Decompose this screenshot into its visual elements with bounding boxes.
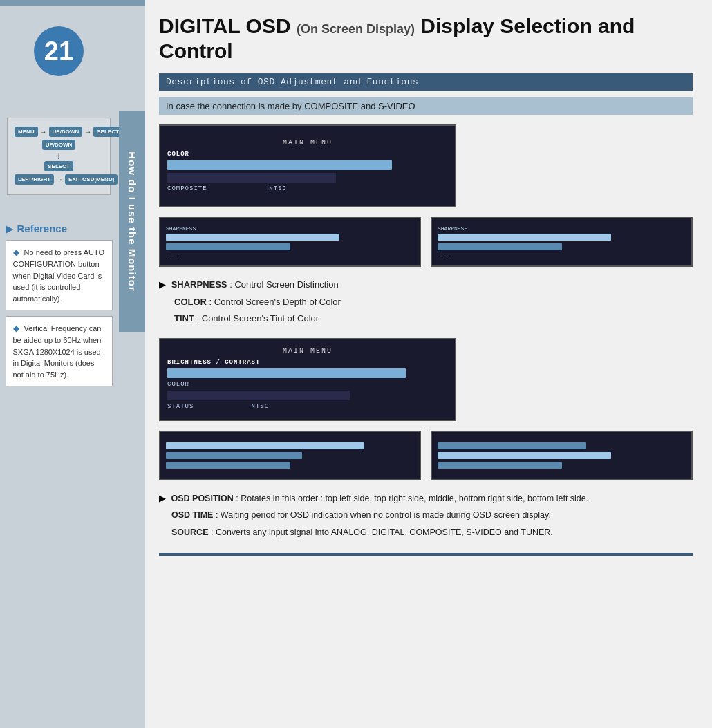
osd-pair-1: SHARPNESS ---- SHARPNESS ----	[159, 217, 693, 267]
sharpness-desc: : Control Screen Distinction	[229, 279, 339, 290]
osd-small-right: SHARPNESS ----	[431, 217, 693, 267]
reference-text-1: No need to press AUTO CONFIGURATION butt…	[13, 248, 105, 303]
osd-position-desc: ▶ OSD POSITION : Rotates in this order :…	[159, 492, 693, 505]
title-digital: DIGITAL OSD	[159, 15, 291, 37]
osd-bar2-4	[438, 442, 586, 449]
reference-box-1: ◆ No need to press AUTO CONFIGURATION bu…	[6, 240, 113, 310]
osd-small-left-text1: SHARPNESS	[166, 225, 414, 232]
source-label: SOURCE	[171, 528, 208, 537]
osd-title-2: MAIN MENU	[167, 347, 448, 355]
sub-header: In case the connection is made by COMPOS…	[159, 97, 693, 115]
desc-arrow-osd-pos: ▶	[159, 493, 166, 503]
source-desc: SOURCE : Converts any input signal into …	[159, 526, 693, 539]
osd-small-right-2	[431, 431, 693, 480]
osd-screenshot-1: MAIN MENU COLOR COMPOSITE NTSC	[159, 124, 456, 207]
osd-bar-selected	[167, 160, 392, 170]
arrow-right-icon3: →	[56, 176, 63, 183]
osd-small-bar-3	[438, 234, 611, 241]
tint-desc: : Control Screen's Tint of Color	[197, 313, 319, 324]
osd-small-left: SHARPNESS ----	[159, 217, 421, 267]
main-content: DIGITAL OSD (On Screen Display) Display …	[145, 0, 712, 728]
osd-time-label: OSD TIME	[171, 510, 213, 520]
left-right-button[interactable]: LEFT/RIGHT	[15, 174, 54, 185]
up-down-mid-button[interactable]: UP/DOWN	[42, 140, 76, 150]
osd-time-text: : Waiting period for OSD indication when…	[216, 510, 551, 520]
desc-sharpness: ▶ SHARPNESS : Control Screen Distinction	[159, 278, 693, 292]
osd-line-brightness: BRIGHTNESS / CONTRAST	[167, 359, 448, 366]
sidebar: How do I use the Monitor 21 MENU → UP/DO…	[0, 0, 145, 728]
osd-small-bar-1	[166, 234, 339, 241]
osd-bar2-1	[166, 442, 364, 449]
osd-bar2-5	[438, 452, 611, 459]
page-number: 21	[34, 26, 84, 76]
sharpness-keyword: SHARPNESS	[171, 279, 227, 290]
select-top-button[interactable]: SELECT	[93, 127, 122, 137]
select-mid-button[interactable]: SELECT	[44, 161, 73, 171]
desc-tint: TINT : Control Screen's Tint of Color	[159, 312, 693, 326]
desc-color: COLOR : Control Screen's Depth of Color	[159, 295, 693, 309]
osd-line-color: COLOR	[167, 151, 448, 158]
menu-button[interactable]: MENU	[15, 127, 38, 137]
osd-line-status: STATUS NTSC	[167, 403, 448, 410]
reference-title-text: Reference	[17, 223, 68, 234]
osd-pair-2	[159, 431, 693, 480]
osd-small-right-text1: SHARPNESS	[438, 225, 686, 232]
up-down-top-button[interactable]: UP/DOWN	[49, 127, 83, 137]
reference-arrow-icon: ▶	[6, 223, 13, 234]
osd-bar-dark	[167, 173, 336, 183]
nav-diagram: MENU → UP/DOWN → SELECT UP/DOWN ↓ SELECT…	[7, 118, 111, 195]
osd-line-composite: COMPOSITE NTSC	[167, 185, 448, 192]
reference-box-2: ◆ Vertical Frequency can be aided up to …	[6, 316, 113, 386]
osd-position-text: : Rotates in this order : top left side,…	[236, 494, 588, 503]
osd-small-left-text2: ----	[166, 252, 414, 259]
sidebar-vertical-label: How do I use the Monitor	[119, 111, 145, 332]
arrow-right-icon: →	[40, 128, 47, 136]
source-text: : Converts any input signal into ANALOG,…	[211, 528, 553, 537]
osd-small-bar-2	[166, 243, 290, 250]
reference-title-row: ▶ Reference	[6, 223, 113, 234]
osd-bar2-2	[166, 452, 302, 459]
arrow-down-icon: ↓	[57, 150, 62, 161]
desc-arrow-icon: ▶	[159, 279, 166, 290]
vertical-label-text: How do I use the Monitor	[127, 151, 138, 291]
osd-line-color2: COLOR	[167, 381, 448, 388]
osd-small-left-2	[159, 431, 421, 480]
osd-bar2-selected	[167, 368, 406, 378]
osd-title-1: MAIN MENU	[167, 139, 448, 147]
osd-screenshot-2: MAIN MENU BRIGHTNESS / CONTRAST COLOR ST…	[159, 338, 456, 421]
osd-position-label: OSD POSITION	[171, 494, 233, 503]
osd-time-desc: OSD TIME : Waiting period for OSD indica…	[159, 509, 693, 522]
color-desc: : Control Screen's Depth of Color	[209, 297, 341, 307]
osd-bar2-6	[438, 462, 562, 469]
osd-small-bar-4	[438, 243, 562, 250]
sidebar-top-bar	[0, 0, 145, 6]
bottom-desc: ▶ OSD POSITION : Rotates in this order :…	[159, 492, 693, 539]
osd-bar2-dark	[167, 391, 350, 400]
diamond-icon-2: ◆	[13, 324, 19, 333]
diamond-icon-1: ◆	[13, 248, 19, 257]
desc-section-1: ▶ SHARPNESS : Control Screen Distinction…	[159, 278, 693, 326]
reference-text-2: Vertical Frequency can be aided up to 60…	[13, 324, 102, 379]
tint-keyword: TINT	[174, 313, 194, 324]
section-header: Descriptions of OSD Adjustment and Funct…	[159, 73, 693, 91]
title-on-screen: (On Screen Display)	[297, 22, 415, 36]
bottom-line	[159, 553, 693, 556]
exit-osd-button[interactable]: EXIT OSD(MENU)	[65, 174, 118, 185]
reference-section: ▶ Reference ◆ No need to press AUTO CONF…	[6, 223, 113, 392]
osd-bar2-3	[166, 462, 290, 469]
page-title: DIGITAL OSD (On Screen Display) Display …	[159, 14, 693, 64]
color-keyword: COLOR	[174, 297, 207, 307]
osd-small-right-text2: ----	[438, 252, 686, 259]
arrow-right-icon2: →	[84, 128, 91, 136]
